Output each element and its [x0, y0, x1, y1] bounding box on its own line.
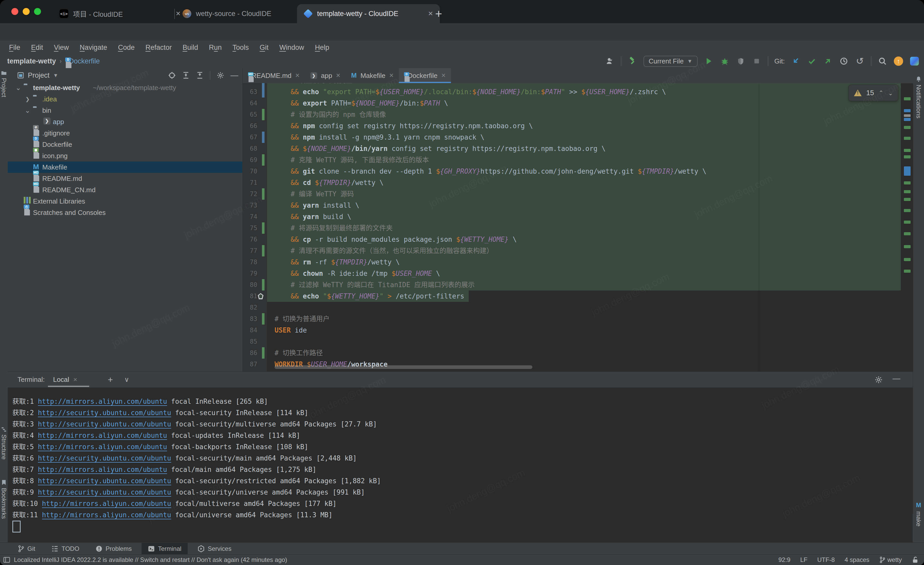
- locate-file-icon[interactable]: [168, 71, 176, 79]
- project-panel-title[interactable]: Project: [28, 71, 50, 80]
- tree-item-dockerfile[interactable]: DDockerfile: [8, 139, 242, 150]
- sidebar-item-project-stripe[interactable]: Project: [0, 71, 8, 97]
- editor-tab-readme.md[interactable]: MDREADME.md✕: [243, 68, 305, 83]
- code-line[interactable]: 63 && echo "export PATH=${USER_HOME}/.lo…: [243, 86, 901, 98]
- terminal-output[interactable]: 获取:1 http://mirrors.aliyun.com/ubuntu fo…: [8, 388, 913, 543]
- tree-item-app[interactable]: ❯app: [8, 116, 242, 128]
- editor-tab-makefile[interactable]: MMakefile✕: [346, 68, 399, 83]
- close-tab-icon[interactable]: ✕: [441, 72, 446, 79]
- status-message-area[interactable]: Localized IntelliJ IDEA 2022.2.2 is avai…: [3, 554, 287, 565]
- editor-content[interactable]: 62 # 设置临时环境变量63 && echo "export PATH=${U…: [243, 83, 913, 371]
- menu-item-refactor[interactable]: Refactor: [140, 44, 177, 52]
- horizontal-scrollbar[interactable]: [274, 365, 532, 369]
- error-stripe-mark[interactable]: [904, 198, 910, 201]
- code-line[interactable]: 70 && git clone --branch dev --depth 1 $…: [243, 165, 901, 177]
- code-line[interactable]: 86# 切换工作路径: [243, 347, 901, 359]
- error-stripe-mark[interactable]: [904, 167, 910, 176]
- hide-panel-icon[interactable]: —: [231, 71, 238, 80]
- inspections-widget[interactable]: 15 ⌃ ⌃: [849, 85, 898, 101]
- error-stripe-mark[interactable]: [904, 232, 910, 235]
- code-line[interactable]: 67 && npm install -g npm@9.3.1 yarn cnpm…: [243, 132, 901, 143]
- terminal-link[interactable]: http://mirrors.aliyun.com/ubuntu: [38, 466, 167, 474]
- browser-tab[interactable]: <i>项目 - CloudIDE✕: [53, 4, 188, 23]
- tree-item-template-wetty[interactable]: ⌄template-wetty~/workspace/template-wett…: [8, 82, 242, 93]
- error-stripe-mark[interactable]: [904, 270, 910, 273]
- menu-item-view[interactable]: View: [48, 44, 74, 52]
- history-clock-icon[interactable]: [839, 56, 849, 66]
- menu-item-git[interactable]: Git: [254, 44, 274, 52]
- menu-item-file[interactable]: File: [4, 44, 26, 52]
- error-stripe-mark[interactable]: [904, 149, 910, 152]
- settings-gear-icon[interactable]: [217, 71, 224, 79]
- close-icon[interactable]: ×: [73, 376, 77, 384]
- terminal-link[interactable]: http://mirrors.aliyun.com/ubuntu: [42, 511, 171, 519]
- tree-item-readme-cn-md[interactable]: MDREADME_CN.md: [8, 184, 242, 195]
- chevron-down-icon[interactable]: ∨: [124, 376, 129, 384]
- collapse-all-icon[interactable]: [196, 71, 204, 79]
- menu-item-tools[interactable]: Tools: [227, 44, 254, 52]
- error-stripe-mark[interactable]: [904, 126, 910, 129]
- error-stripe-mark[interactable]: [904, 97, 910, 101]
- code-line[interactable]: 75 # 将源码复制到最终部署的文件夹: [243, 222, 901, 234]
- sidebar-item-make-stripe[interactable]: M make: [913, 502, 924, 527]
- close-tab-icon[interactable]: ✕: [295, 72, 300, 79]
- tree-item--idea[interactable]: ❯.idea: [8, 93, 242, 105]
- terminal-link[interactable]: http://security.ubuntu.com/ubuntu: [38, 477, 171, 485]
- caret-position[interactable]: 92:9: [778, 556, 790, 563]
- settings-gear-icon[interactable]: [874, 376, 883, 384]
- menu-item-help[interactable]: Help: [309, 44, 334, 52]
- indent-style[interactable]: 4 spaces: [844, 556, 869, 563]
- error-stripe-mark[interactable]: [904, 114, 910, 117]
- terminal-link[interactable]: http://security.ubuntu.com/ubuntu: [38, 454, 171, 463]
- new-tab-button[interactable]: +: [435, 8, 442, 20]
- tree-item-scratches-and-consoles[interactable]: ◴Scratches and Consoles: [8, 207, 242, 218]
- browser-tab[interactable]: template-wetty - CloudIDE✕: [297, 4, 440, 23]
- terminal-link[interactable]: http://mirrors.aliyun.com/ubuntu: [38, 398, 167, 406]
- code-line[interactable]: 69 # 克隆 WeTTY 源码, 下面是我修改后的版本: [243, 154, 901, 165]
- error-stripe-mark[interactable]: [904, 137, 910, 140]
- terminal-link[interactable]: http://mirrors.aliyun.com/ubuntu: [38, 443, 167, 451]
- code-line[interactable]: 65 # 设置为国内的 npm 仓库镜像: [243, 109, 901, 120]
- menu-item-build[interactable]: Build: [177, 44, 203, 52]
- breadcrumb-file[interactable]: Dockerfile: [69, 57, 100, 65]
- error-stripe-mark[interactable]: [904, 155, 910, 158]
- terminal-link[interactable]: http://security.ubuntu.com/ubuntu: [38, 409, 171, 417]
- toolwindow-terminal[interactable]: Terminal: [141, 543, 188, 554]
- code-line[interactable]: 62 # 设置临时环境变量: [243, 83, 901, 86]
- git-push-icon[interactable]: [823, 56, 833, 66]
- menu-item-window[interactable]: Window: [274, 44, 309, 52]
- titanide-gradient-icon[interactable]: [910, 56, 920, 66]
- menu-item-navigate[interactable]: Navigate: [74, 44, 112, 52]
- error-stripe-mark[interactable]: [904, 209, 910, 212]
- tree-item-external-libraries[interactable]: External Libraries: [8, 195, 242, 207]
- terminal-link[interactable]: http://mirrors.aliyun.com/ubuntu: [42, 500, 171, 508]
- update-available-icon[interactable]: ↑: [894, 56, 903, 66]
- code-line[interactable]: 79 && chown -R ide:ide /tmp $USER_HOME \: [243, 268, 901, 279]
- code-line[interactable]: 71 && cd ${TMPDIR}/wetty \: [243, 177, 901, 188]
- error-stripe-mark[interactable]: [904, 118, 910, 121]
- code-line[interactable]: 78 && rm -rf ${TMPDIR}/wetty \: [243, 257, 901, 268]
- tree-chevron-icon[interactable]: ⌄: [15, 85, 22, 90]
- error-stripe-mark[interactable]: [904, 181, 910, 185]
- sidebar-item-bookmarks-stripe[interactable]: Bookmarks: [0, 479, 8, 519]
- code-line[interactable]: 82: [243, 302, 901, 313]
- error-stripe-mark[interactable]: [904, 258, 910, 261]
- error-stripe-mark[interactable]: [904, 245, 910, 248]
- next-warning-icon[interactable]: ⌃: [888, 90, 893, 96]
- tree-chevron-icon[interactable]: ❯: [24, 96, 31, 102]
- code-line[interactable]: 84USER ide: [243, 325, 901, 336]
- toolwindow-git[interactable]: Git: [11, 543, 42, 554]
- code-line[interactable]: 80 # 过滤掉 WeTTY 的端口在 TitanIDE 应用端口列表的展示: [243, 279, 901, 290]
- profile-settings-icon[interactable]: [605, 56, 615, 66]
- build-hammer-icon[interactable]: [627, 56, 638, 66]
- run-icon[interactable]: [704, 56, 714, 66]
- code-line[interactable]: 83# 切换为普通用户: [243, 313, 901, 325]
- toolwindow-todo[interactable]: TODO: [45, 543, 86, 554]
- file-encoding[interactable]: UTF-8: [817, 556, 835, 563]
- new-session-icon[interactable]: +: [108, 374, 113, 385]
- terminal-link[interactable]: http://mirrors.aliyun.com/ubuntu: [38, 431, 167, 440]
- tree-chevron-icon[interactable]: ⌄: [24, 108, 31, 113]
- menu-item-code[interactable]: Code: [112, 44, 140, 52]
- terminal-tab-local[interactable]: Local ×: [53, 372, 77, 387]
- code-line[interactable]: 74 && yarn build \: [243, 211, 901, 222]
